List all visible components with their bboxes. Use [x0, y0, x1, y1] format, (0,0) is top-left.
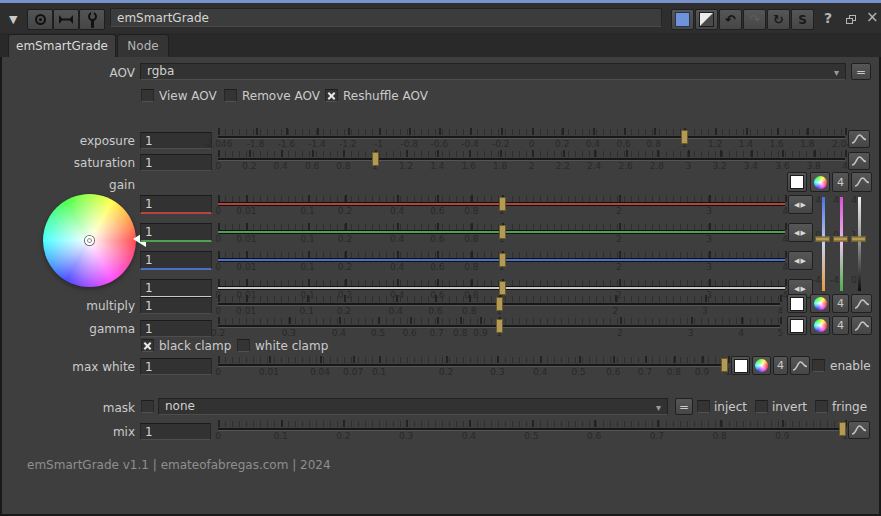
exposure-slider[interactable]: -2.046-1.8-1.6-1.4-1.2-1-0.8-0.6-0.4-0.2…	[218, 128, 845, 149]
color-wheel-marker-icon[interactable]	[85, 236, 94, 245]
max-white-curve-button[interactable]	[790, 356, 810, 375]
float-window-button[interactable]	[846, 12, 856, 27]
gamma-channels-button[interactable]: 4	[832, 316, 849, 335]
multiply-curve-button[interactable]	[851, 294, 872, 313]
temperature-slider[interactable]: 40-4	[815, 197, 831, 291]
white-clamp-checkbox[interactable]	[237, 339, 250, 352]
store-knob-defaults-button[interactable]: S	[791, 9, 814, 30]
fringe-checkbox[interactable]	[815, 400, 828, 413]
slider-track[interactable]	[218, 364, 728, 366]
tab-emsmartgrade[interactable]: emSmartGrade	[8, 34, 116, 57]
gain-red-slider[interactable]: 00.010.10.20.40.60.81234	[218, 195, 785, 216]
tab-node[interactable]: Node	[117, 34, 169, 57]
max-white-color-swatch-button[interactable]	[731, 356, 750, 375]
tick	[348, 128, 350, 135]
slider-handle[interactable]	[499, 197, 506, 211]
slider-handle[interactable]	[681, 130, 688, 144]
slider-handle[interactable]	[721, 358, 728, 372]
revert-button[interactable]: ↻	[767, 9, 790, 30]
slider-handle[interactable]	[372, 152, 379, 166]
white-swatch-icon	[790, 175, 804, 189]
gain-blue-slider[interactable]: 00.010.10.20.40.60.81234	[218, 251, 785, 272]
multiply-color-swatch-button[interactable]	[787, 294, 807, 313]
slider-handle[interactable]	[499, 281, 506, 295]
saturation-slider[interactable]: 00.20.40.60.811.21.41.61.822.22.42.62.83…	[218, 150, 845, 171]
gamma-color-wheel-button[interactable]	[810, 316, 830, 335]
tick	[619, 223, 621, 230]
slider-handle[interactable]	[499, 225, 506, 239]
saturation-curve-button[interactable]	[848, 152, 870, 170]
aov-dropdown[interactable]: rgba ▾	[140, 63, 846, 80]
slider-handle[interactable]	[496, 297, 503, 311]
gamma-slider[interactable]: 0.20.30.40.50.60.70.80.912345	[218, 317, 780, 338]
max-white-slider[interactable]: 00.010.040.070.10.20.30.40.50.60.70.80.9…	[218, 356, 728, 377]
undo-button[interactable]: ↶	[719, 9, 742, 30]
node-settings-button[interactable]	[79, 9, 105, 30]
gain-red-input[interactable]	[140, 195, 212, 214]
gain-color-wheel[interactable]	[43, 194, 136, 287]
gamma-input[interactable]	[140, 320, 212, 337]
slider-track[interactable]	[218, 158, 845, 160]
exposure-input[interactable]	[140, 132, 212, 149]
remove-aov-checkbox[interactable]	[224, 89, 237, 102]
collapse-panel-icon[interactable]: ▼	[9, 13, 17, 26]
magenta-slider[interactable]: 40-4	[833, 197, 849, 291]
max-white-input[interactable]	[140, 358, 212, 375]
gain-color-wheel-button[interactable]	[810, 172, 830, 192]
center-node-button[interactable]	[27, 9, 53, 30]
close-panel-button[interactable]: ×	[866, 8, 879, 26]
gain-channels-button[interactable]: 4	[832, 172, 849, 192]
reshuffle-aov-checkbox[interactable]	[325, 89, 338, 102]
exposure-curve-button[interactable]	[848, 130, 870, 148]
gain-blue-swap-button[interactable]: ◀▶	[788, 251, 813, 270]
slider-handle[interactable]	[496, 319, 503, 333]
gain-blue-input[interactable]	[140, 251, 212, 270]
node-color-button[interactable]	[671, 9, 694, 30]
gain-green-input[interactable]	[140, 223, 212, 242]
gain-green-slider[interactable]: 00.010.10.20.40.60.81234	[218, 223, 785, 244]
gain-alpha-input[interactable]	[140, 279, 212, 298]
multiply-input[interactable]	[140, 297, 212, 314]
vertical-slider-track[interactable]	[822, 197, 825, 291]
node-name-field[interactable]	[110, 8, 662, 27]
max-white-color-wheel-button[interactable]	[752, 356, 771, 375]
slider-handle[interactable]	[815, 237, 830, 242]
slider-track[interactable]	[218, 136, 845, 138]
mix-input[interactable]	[140, 423, 211, 440]
intensity-slider[interactable]: 410	[851, 197, 867, 291]
mix-curve-button[interactable]	[848, 421, 870, 439]
invert-checkbox[interactable]	[755, 400, 768, 413]
slider-handle[interactable]	[851, 237, 866, 242]
multiply-channels-button[interactable]: 4	[832, 294, 849, 313]
view-aov-checkbox[interactable]	[141, 89, 154, 102]
slider-track[interactable]	[218, 428, 845, 430]
redo-button[interactable]: ↷	[743, 9, 766, 30]
slider-handle[interactable]	[499, 253, 506, 267]
mask-dropdown[interactable]: none ▾	[158, 398, 668, 415]
multiply-slider[interactable]: 00.010.10.20.40.60.81234	[218, 295, 780, 316]
gamma-color-swatch-button[interactable]	[787, 316, 807, 335]
black-clamp-checkbox[interactable]	[141, 339, 154, 352]
gain-curve-button[interactable]	[851, 172, 872, 192]
mask-checkbox[interactable]	[141, 400, 154, 413]
vertical-slider-track[interactable]	[858, 197, 861, 291]
mix-slider[interactable]: 00.10.20.30.40.50.60.70.80.91	[218, 420, 845, 441]
help-button[interactable]: ?	[824, 10, 832, 26]
gain-red-swap-button[interactable]: ◀▶	[788, 195, 813, 214]
enable-checkbox[interactable]	[812, 359, 825, 372]
slider-handle[interactable]	[839, 422, 846, 436]
max-white-channels-button[interactable]: 4	[773, 356, 788, 375]
aov-expression-button[interactable]: =	[851, 63, 871, 80]
gamma-curve-button[interactable]	[851, 316, 872, 335]
multiply-color-wheel-button[interactable]	[810, 294, 830, 313]
mask-expression-button[interactable]: =	[675, 398, 693, 415]
gain-color-swatch-button[interactable]	[787, 172, 807, 192]
slider-handle[interactable]	[833, 237, 848, 242]
tick-label: 0.6	[430, 206, 444, 216]
inject-checkbox[interactable]	[697, 400, 710, 413]
gain-green-swap-button[interactable]: ◀▶	[788, 223, 813, 242]
saturation-input[interactable]	[140, 154, 212, 171]
vertical-slider-track[interactable]	[840, 197, 843, 291]
gl-color-button[interactable]	[695, 9, 718, 30]
postage-stamp-button[interactable]	[53, 9, 79, 30]
